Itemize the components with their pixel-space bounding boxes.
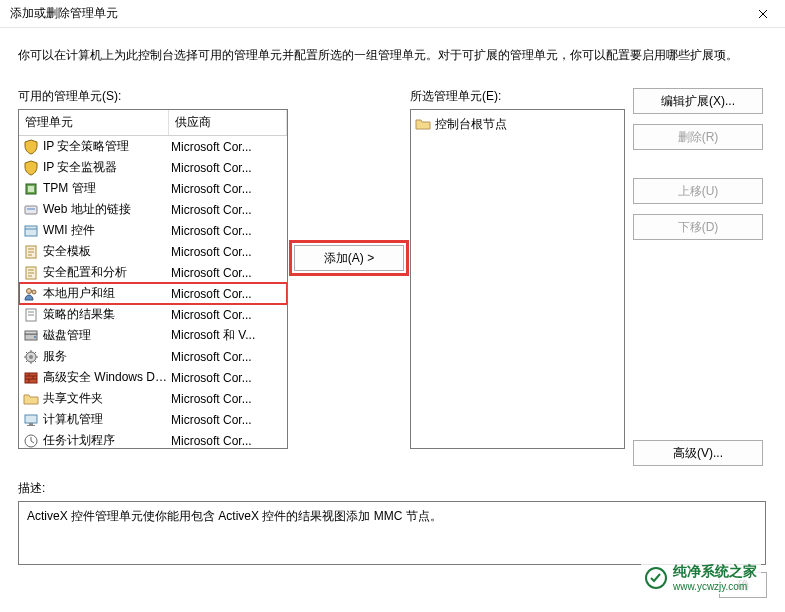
item-vendor: Microsoft Cor... [171, 203, 283, 217]
svg-rect-15 [25, 415, 37, 423]
close-icon [758, 9, 768, 19]
list-item[interactable]: 本地用户和组Microsoft Cor... [19, 283, 287, 304]
description-text: ActiveX 控件管理单元使你能用包含 ActiveX 控件的结果视图添加 M… [27, 509, 442, 523]
item-name: 安全模板 [43, 243, 171, 260]
item-name: 共享文件夹 [43, 390, 171, 407]
listbox-header: 管理单元 供应商 [19, 110, 287, 136]
shield-key-icon [23, 160, 39, 176]
disk-icon [23, 328, 39, 344]
svg-point-6 [27, 288, 32, 293]
item-name: IP 安全监视器 [43, 159, 171, 176]
list-item[interactable]: 策略的结果集Microsoft Cor... [19, 304, 287, 325]
svg-rect-1 [28, 186, 34, 192]
svg-rect-17 [27, 425, 35, 426]
folder-icon [415, 116, 431, 132]
list-item[interactable]: 共享文件夹Microsoft Cor... [19, 388, 287, 409]
item-vendor: Microsoft Cor... [171, 371, 283, 385]
selected-treebox[interactable]: 控制台根节点 [410, 109, 625, 449]
users-icon [23, 286, 39, 302]
item-name: 计算机管理 [43, 411, 171, 428]
list-item[interactable]: 安全模板Microsoft Cor... [19, 241, 287, 262]
policy-icon [23, 307, 39, 323]
remove-button: 删除(R) [633, 124, 763, 150]
gear-icon [23, 349, 39, 365]
link-icon [23, 202, 39, 218]
description-box: ActiveX 控件管理单元使你能用包含 ActiveX 控件的结果视图添加 M… [18, 501, 766, 565]
tpm-icon [23, 181, 39, 197]
list-item[interactable]: TPM 管理Microsoft Cor... [19, 178, 287, 199]
item-vendor: Microsoft Cor... [171, 245, 283, 259]
template-icon [23, 244, 39, 260]
titlebar: 添加或删除管理单元 [0, 0, 785, 28]
item-name: 策略的结果集 [43, 306, 171, 323]
svg-point-10 [34, 336, 36, 338]
firewall-icon [23, 370, 39, 386]
item-vendor: Microsoft Cor... [171, 308, 283, 322]
task-icon [23, 433, 39, 449]
item-name: 任务计划程序 [43, 432, 171, 449]
list-item[interactable]: 任务计划程序Microsoft Cor... [19, 430, 287, 449]
add-button[interactable]: 添加(A) > [294, 245, 404, 271]
item-vendor: Microsoft Cor... [171, 140, 283, 154]
move-down-button: 下移(D) [633, 214, 763, 240]
svg-rect-16 [29, 423, 33, 425]
item-vendor: Microsoft Cor... [171, 266, 283, 280]
item-vendor: Microsoft Cor... [171, 413, 283, 427]
close-button[interactable] [743, 1, 783, 27]
item-vendor: Microsoft Cor... [171, 392, 283, 406]
available-label: 可用的管理单元(S): [18, 88, 288, 105]
edit-extensions-button[interactable]: 编辑扩展(X)... [633, 88, 763, 114]
item-vendor: Microsoft Cor... [171, 161, 283, 175]
watermark-url: www.ycwzjy.com [673, 581, 757, 592]
computer-icon [23, 412, 39, 428]
description-label: 描述: [18, 480, 767, 497]
move-up-button: 上移(U) [633, 178, 763, 204]
advanced-button[interactable]: 高级(V)... [633, 440, 763, 466]
item-name: IP 安全策略管理 [43, 138, 171, 155]
list-item[interactable]: 高级安全 Windows De...Microsoft Cor... [19, 367, 287, 388]
svg-point-7 [32, 290, 36, 294]
item-name: 安全配置和分析 [43, 264, 171, 281]
folder-icon [23, 391, 39, 407]
list-item[interactable]: IP 安全策略管理Microsoft Cor... [19, 136, 287, 157]
item-vendor: Microsoft Cor... [171, 224, 283, 238]
available-listbox[interactable]: 管理单元 供应商 IP 安全策略管理Microsoft Cor...IP 安全监… [18, 109, 288, 449]
item-name: WMI 控件 [43, 222, 171, 239]
svg-rect-2 [25, 206, 37, 214]
list-item[interactable]: Web 地址的链接Microsoft Cor... [19, 199, 287, 220]
item-name: Web 地址的链接 [43, 201, 171, 218]
item-vendor: Microsoft Cor... [171, 287, 283, 301]
svg-rect-14 [25, 373, 37, 383]
selected-label: 所选管理单元(E): [410, 88, 625, 105]
svg-rect-3 [25, 226, 37, 236]
item-name: TPM 管理 [43, 180, 171, 197]
item-vendor: Microsoft Cor... [171, 350, 283, 364]
header-vendor[interactable]: 供应商 [169, 110, 287, 135]
wmi-icon [23, 223, 39, 239]
list-item[interactable]: WMI 控件Microsoft Cor... [19, 220, 287, 241]
header-name[interactable]: 管理单元 [19, 110, 169, 135]
watermark-brand: 纯净系统之家 [673, 563, 757, 579]
watermark-logo-icon [645, 567, 667, 589]
template-icon [23, 265, 39, 281]
list-item[interactable]: 服务Microsoft Cor... [19, 346, 287, 367]
list-item[interactable]: 安全配置和分析Microsoft Cor... [19, 262, 287, 283]
list-item[interactable]: 计算机管理Microsoft Cor... [19, 409, 287, 430]
intro-text: 你可以在计算机上为此控制台选择可用的管理单元并配置所选的一组管理单元。对于可扩展… [18, 46, 767, 64]
watermark: 纯净系统之家 www.ycwzjy.com [641, 561, 761, 594]
item-vendor: Microsoft Cor... [171, 434, 283, 448]
tree-root-label: 控制台根节点 [435, 116, 507, 133]
svg-rect-11 [25, 331, 37, 334]
item-name: 服务 [43, 348, 171, 365]
list-item[interactable]: 磁盘管理Microsoft 和 V... [19, 325, 287, 346]
item-name: 本地用户和组 [43, 285, 171, 302]
list-item[interactable]: IP 安全监视器Microsoft Cor... [19, 157, 287, 178]
tree-root[interactable]: 控制台根节点 [415, 114, 620, 134]
svg-point-13 [29, 355, 33, 359]
window-title: 添加或删除管理单元 [10, 5, 118, 22]
item-name: 高级安全 Windows De... [43, 369, 171, 386]
item-name: 磁盘管理 [43, 327, 171, 344]
item-vendor: Microsoft Cor... [171, 182, 283, 196]
shield-key-icon [23, 139, 39, 155]
item-vendor: Microsoft 和 V... [171, 327, 283, 344]
